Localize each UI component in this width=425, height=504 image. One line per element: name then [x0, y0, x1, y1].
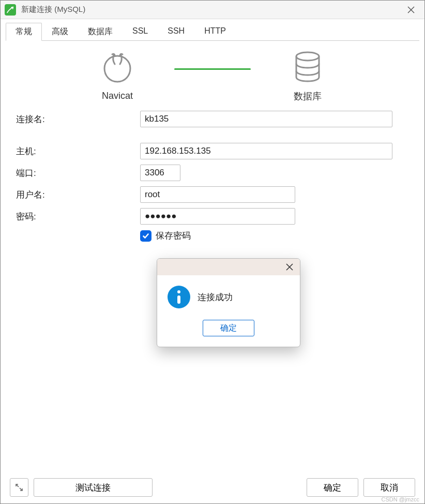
dialog-ok-button[interactable]: 确定 [203, 320, 254, 336]
tab-http[interactable]: HTTP [194, 23, 236, 41]
svg-point-2 [296, 52, 319, 61]
info-icon [168, 286, 190, 308]
connection-name-input[interactable] [140, 111, 392, 127]
password-label: 密码: [16, 211, 140, 223]
port-input[interactable] [140, 165, 180, 181]
diagram-left-label: Navicat [102, 91, 133, 101]
host-input[interactable] [140, 143, 392, 159]
dialog-close-button[interactable] [282, 260, 297, 274]
connection-diagram: Navicat 数据库 [1, 51, 424, 102]
port-label: 端口: [16, 167, 140, 179]
tab-database[interactable]: 数据库 [78, 23, 123, 41]
database-icon [292, 51, 323, 85]
username-input[interactable] [140, 186, 295, 203]
navicat-icon [99, 53, 135, 85]
dialog-message: 连接成功 [198, 291, 233, 303]
titlebar: 新建连接 (MySQL) [1, 1, 424, 19]
footer: 测试连接 确定 取消 [1, 471, 424, 503]
window-close-button[interactable] [402, 1, 420, 19]
test-connection-button[interactable]: 测试连接 [34, 478, 153, 497]
username-label: 用户名: [16, 189, 140, 201]
connection-form: 连接名: 主机: 端口: 用户名: 密码: 保存密码 [1, 111, 424, 242]
tab-bar: 常规 高级 数据库 SSL SSH HTTP [1, 19, 424, 40]
cancel-button[interactable]: 取消 [363, 478, 415, 497]
watermark: CSDN @jmzcc [382, 496, 420, 502]
expand-icon-button[interactable] [10, 478, 28, 497]
diagram-right-label: 数据库 [294, 90, 322, 102]
ok-button[interactable]: 确定 [307, 478, 358, 497]
host-label: 主机: [16, 145, 140, 157]
window-title: 新建连接 (MySQL) [21, 5, 85, 14]
message-dialog: 连接成功 确定 [157, 258, 300, 347]
tab-general[interactable]: 常规 [6, 23, 42, 41]
password-input[interactable] [140, 208, 295, 225]
save-password-checkbox[interactable] [140, 230, 151, 242]
connection-name-label: 连接名: [16, 113, 140, 125]
dialog-header [157, 259, 300, 275]
connection-line [174, 68, 251, 70]
tab-ssh[interactable]: SSH [158, 23, 194, 41]
save-password-label: 保存密码 [156, 230, 191, 242]
tab-advanced[interactable]: 高级 [42, 23, 78, 41]
tab-ssl[interactable]: SSL [123, 23, 158, 41]
app-icon [5, 4, 16, 16]
